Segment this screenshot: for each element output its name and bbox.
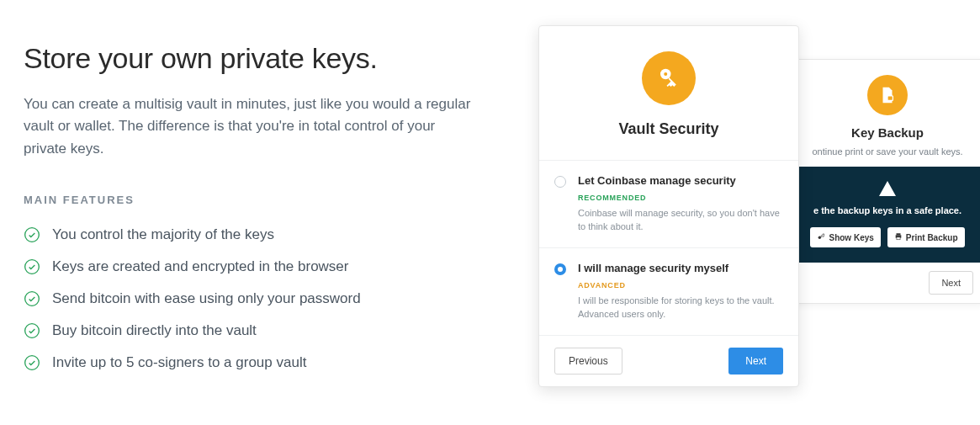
page-subtext: You can create a multisig vault in minut…	[24, 93, 478, 160]
svg-point-3	[25, 324, 40, 338]
backup-warning-panel: e the backup keys in a safe place. Show …	[792, 167, 980, 263]
svg-rect-7	[896, 233, 900, 235]
check-icon	[24, 354, 40, 371]
list-item: Keys are created and encrypted in the br…	[24, 258, 495, 275]
option-title: I will manage security myself	[578, 262, 728, 274]
option-coinbase-managed[interactable]: Let Coinbase manage security RECOMMENDED…	[539, 160, 798, 247]
feature-text: Buy bitcoin directly into the vault	[52, 322, 257, 339]
warning-icon	[878, 180, 897, 197]
advanced-badge: ADVANCED	[578, 281, 626, 290]
svg-rect-5	[887, 96, 893, 101]
svg-point-6	[818, 236, 821, 239]
svg-point-11	[664, 72, 667, 76]
backup-next-button[interactable]: Next	[929, 271, 973, 295]
feature-text: Invite up to 5 co-signers to a group vau…	[52, 354, 306, 371]
page-heading: Store your own private keys.	[24, 42, 495, 75]
backup-title: Key Backup	[803, 125, 972, 140]
radio-icon	[554, 176, 566, 188]
file-lock-icon	[867, 75, 908, 115]
svg-point-1	[25, 260, 40, 274]
vault-security-card: Vault Security Let Coinbase manage secur…	[538, 25, 799, 387]
backup-subtext: ontinue print or save your vault keys.	[803, 146, 972, 157]
backup-warning-text: e the backup keys in a safe place.	[802, 205, 973, 215]
svg-point-2	[25, 292, 40, 306]
print-icon	[894, 232, 903, 242]
key-icon	[642, 51, 696, 105]
show-keys-button[interactable]: Show Keys	[810, 227, 880, 247]
option-title: Let Coinbase manage security	[578, 174, 736, 187]
option-description: I will be responsible for storing keys t…	[578, 295, 781, 321]
list-item: Buy bitcoin directly into the vault	[24, 322, 495, 339]
check-icon	[24, 322, 40, 339]
svg-point-4	[25, 356, 40, 370]
check-icon	[24, 290, 40, 307]
svg-point-0	[25, 228, 40, 242]
recommended-badge: RECOMMENDED	[578, 194, 646, 202]
next-button[interactable]: Next	[728, 348, 783, 375]
vault-title: Vault Security	[556, 120, 781, 138]
option-self-managed[interactable]: I will manage security myself ADVANCED I…	[539, 247, 798, 335]
key-backup-card: Key Backup ontinue print or save your va…	[791, 59, 980, 304]
print-backup-label: Print Backup	[906, 233, 958, 242]
screenshot-cards: Key Backup ontinue print or save your va…	[538, 13, 959, 417]
feature-text: You control the majority of the keys	[52, 226, 274, 243]
list-item: You control the majority of the keys	[24, 226, 495, 243]
list-item: Send bitcoin with ease using only your p…	[24, 290, 495, 307]
key-icon	[817, 232, 825, 242]
svg-rect-9	[897, 237, 900, 240]
previous-button[interactable]: Previous	[554, 348, 622, 375]
feature-list: You control the majority of the keys Key…	[24, 226, 495, 371]
print-backup-button[interactable]: Print Backup	[887, 227, 965, 247]
option-description: Coinbase will manage security, so you do…	[578, 207, 781, 234]
features-label: MAIN FEATURES	[24, 194, 495, 206]
list-item: Invite up to 5 co-signers to a group vau…	[24, 354, 495, 371]
check-icon	[24, 258, 40, 275]
radio-icon	[554, 263, 566, 275]
check-icon	[24, 226, 40, 243]
feature-text: Keys are created and encrypted in the br…	[52, 258, 348, 275]
show-keys-label: Show Keys	[829, 233, 873, 242]
feature-text: Send bitcoin with ease using only your p…	[52, 290, 361, 307]
